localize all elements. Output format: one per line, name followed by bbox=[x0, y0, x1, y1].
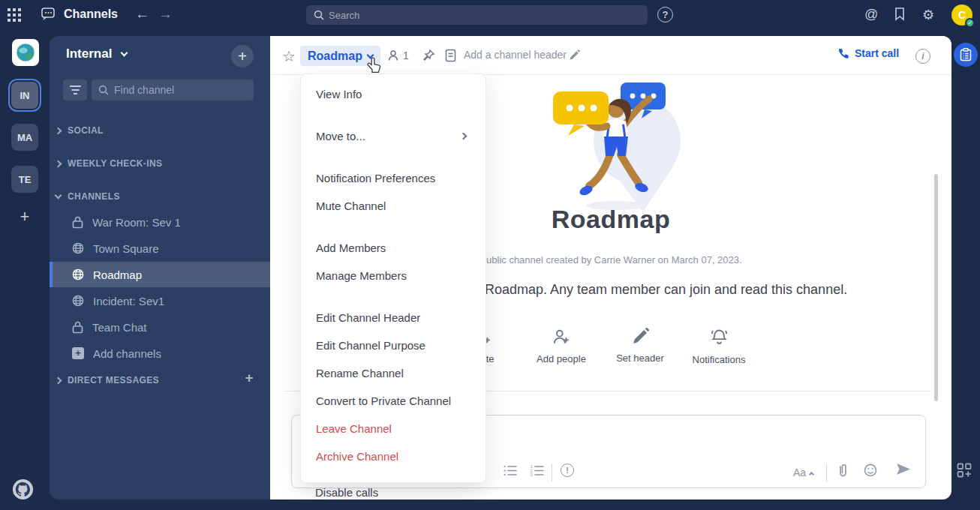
attachment-paperclip-icon[interactable] bbox=[837, 463, 849, 478]
favorite-star-icon[interactable]: ☆ bbox=[282, 47, 296, 65]
pencil-icon bbox=[631, 327, 650, 346]
sidebar-group-social[interactable]: SOCIAL bbox=[50, 122, 270, 140]
menu-item-edit-channel-purpose[interactable]: Edit Channel Purpose bbox=[301, 332, 485, 359]
sidebar-item-team-chat[interactable]: Team Chat bbox=[50, 314, 270, 340]
channel-dropdown-menu: View Info Move to... Notification Prefer… bbox=[300, 74, 486, 483]
channel-intro-illustration bbox=[532, 80, 690, 214]
person-plus-icon bbox=[552, 327, 571, 346]
formatting-toggle-button[interactable]: Aa bbox=[793, 466, 813, 478]
composer-divider bbox=[826, 464, 827, 482]
top-bar: Channels ← → ? @ ⚙ C ✓ bbox=[0, 0, 980, 30]
bullet-list-icon[interactable] bbox=[504, 465, 517, 476]
help-icon[interactable]: ? bbox=[657, 7, 673, 22]
notifications-button[interactable]: Notifications bbox=[678, 327, 760, 365]
globe-icon bbox=[72, 242, 84, 254]
cursor-icon bbox=[366, 57, 382, 74]
sidebar-item-town-square[interactable]: Town Square bbox=[50, 236, 270, 261]
menu-item-view-info[interactable]: View Info bbox=[301, 80, 485, 108]
chevron-up-icon bbox=[809, 471, 814, 476]
channel-files-icon[interactable] bbox=[445, 49, 456, 62]
menu-item-mute-channel[interactable]: Mute Channel bbox=[301, 192, 485, 220]
sidebar-item-incident-sev1[interactable]: Incident: Sev1 bbox=[50, 288, 270, 314]
bell-icon bbox=[709, 327, 729, 347]
globe-icon bbox=[72, 295, 84, 307]
start-call-button[interactable]: Start call bbox=[837, 47, 899, 59]
menu-item-notification-preferences[interactable]: Notification Preferences bbox=[301, 164, 485, 192]
add-direct-message-button[interactable]: + bbox=[245, 370, 254, 386]
team-sidebar-rail: IN MA TE + bbox=[0, 30, 50, 510]
send-icon[interactable] bbox=[896, 463, 911, 476]
avatar[interactable]: C ✓ bbox=[951, 4, 972, 26]
phone-icon bbox=[837, 47, 849, 59]
github-icon[interactable] bbox=[11, 478, 35, 501]
lock-icon bbox=[72, 321, 83, 334]
sidebar-item-add-channels[interactable]: + Add channels bbox=[50, 340, 270, 366]
mentions-at-icon[interactable]: @ bbox=[864, 7, 878, 22]
workspace-window: Internal + SOCIAL WEEKLY CHECK-INS bbox=[50, 36, 951, 500]
menu-item-leave-channel[interactable]: Leave Channel bbox=[301, 415, 485, 442]
chevron-right-icon bbox=[460, 133, 467, 140]
menu-item-move-to[interactable]: Move to... bbox=[301, 122, 485, 150]
search-input[interactable] bbox=[306, 5, 648, 25]
chevron-right-icon bbox=[55, 376, 62, 384]
globe-icon bbox=[72, 268, 84, 280]
playbooks-clipboard-icon[interactable] bbox=[954, 43, 978, 67]
team-button-te[interactable]: TE bbox=[11, 166, 38, 193]
sidebar-group-direct-messages[interactable]: DIRECT MESSAGES + bbox=[50, 371, 270, 389]
sidebar-item-roadmap[interactable]: Roadmap bbox=[50, 262, 270, 287]
app-bar bbox=[951, 30, 980, 510]
sidebar-item-war-room-sev-1[interactable]: War Room: Sev 1 bbox=[50, 209, 270, 235]
find-search-icon bbox=[98, 85, 109, 95]
app-title: Channels bbox=[64, 8, 118, 21]
add-people-button[interactable]: Add people bbox=[520, 327, 603, 364]
menu-item-convert-to-private-channel[interactable]: Convert to Private Channel bbox=[301, 387, 485, 415]
menu-item-rename-channel[interactable]: Rename Channel bbox=[301, 359, 485, 387]
sidebar-group-channels[interactable]: CHANNELS bbox=[50, 188, 270, 206]
back-arrow-icon[interactable]: ← bbox=[135, 6, 149, 22]
forward-arrow-icon[interactable]: → bbox=[158, 6, 173, 22]
menu-item-edit-channel-header[interactable]: Edit Channel Header bbox=[301, 304, 485, 332]
workspace-logo[interactable] bbox=[12, 39, 39, 66]
add-channel-plus-button[interactable]: + bbox=[231, 45, 254, 68]
menu-item-add-members[interactable]: Add Members bbox=[301, 234, 485, 262]
numbered-list-icon[interactable]: 1 2 3 bbox=[531, 465, 544, 476]
emoji-smiley-icon[interactable] bbox=[864, 464, 877, 477]
sidebar-group-weekly-check-ins[interactable]: WEEKLY CHECK-INS bbox=[50, 154, 270, 172]
composer-divider bbox=[552, 464, 552, 482]
chevron-right-icon bbox=[55, 127, 62, 134]
add-team-button[interactable]: + bbox=[11, 203, 38, 230]
member-count[interactable]: 1 bbox=[403, 50, 409, 62]
online-status-badge: ✓ bbox=[965, 18, 975, 28]
pinned-posts-icon[interactable] bbox=[422, 49, 435, 62]
chevron-right-icon bbox=[55, 160, 62, 167]
chevron-down-icon bbox=[55, 192, 62, 200]
svg-text:3: 3 bbox=[531, 472, 533, 476]
center-channel: ☆ Roadmap 1 Add a channel he bbox=[270, 36, 951, 500]
channel-filter-button[interactable] bbox=[63, 80, 87, 100]
channels-product-icon bbox=[39, 6, 57, 24]
menu-item-disable-calls[interactable]: Disable calls bbox=[315, 486, 378, 499]
team-button-in[interactable]: IN bbox=[11, 82, 38, 109]
team-button-ma[interactable]: MA bbox=[11, 124, 38, 151]
set-header-button[interactable]: Set header bbox=[599, 327, 681, 364]
priority-alert-icon[interactable]: ! bbox=[561, 464, 574, 477]
saved-posts-icon[interactable] bbox=[894, 7, 906, 22]
find-channel-box bbox=[92, 80, 254, 100]
app-grid-icon[interactable] bbox=[8, 8, 21, 22]
lock-icon bbox=[72, 216, 83, 229]
channel-header-placeholder[interactable]: Add a channel header bbox=[464, 49, 567, 61]
members-icon[interactable] bbox=[387, 50, 399, 62]
channel-sidebar: Internal + SOCIAL WEEKLY CHECK-INS bbox=[50, 36, 270, 500]
workspace-menu[interactable]: Internal bbox=[66, 46, 127, 62]
menu-item-archive-channel[interactable]: Archive Channel bbox=[301, 442, 485, 470]
apps-grid-plus-icon[interactable] bbox=[957, 463, 972, 478]
settings-gear-icon[interactable]: ⚙ bbox=[922, 7, 934, 23]
edit-header-pencil-icon[interactable] bbox=[569, 50, 580, 61]
plus-box-icon: + bbox=[72, 347, 84, 359]
search-icon bbox=[314, 10, 324, 20]
channel-info-icon[interactable]: i bbox=[915, 49, 930, 64]
menu-item-manage-members[interactable]: Manage Members bbox=[301, 262, 485, 290]
find-channel-input[interactable] bbox=[92, 80, 254, 100]
scrollbar-thumb[interactable] bbox=[934, 174, 938, 401]
